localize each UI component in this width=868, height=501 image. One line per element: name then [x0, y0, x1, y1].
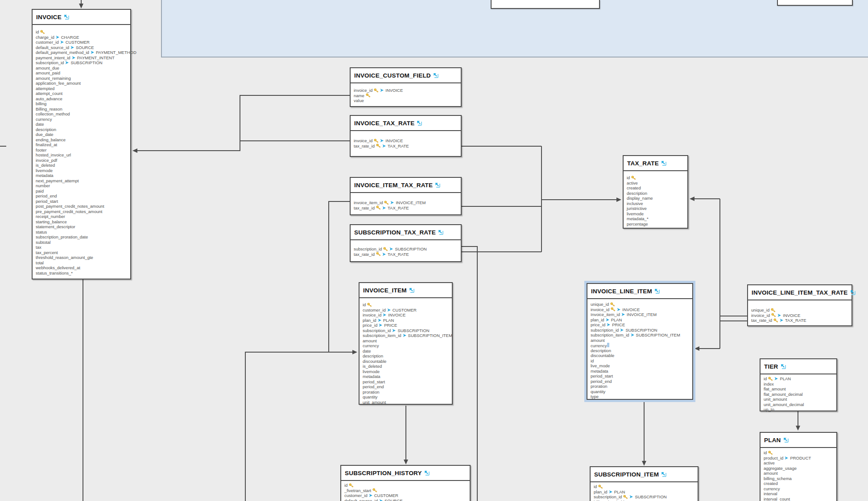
table-title-bar[interactable]: SUBSCRIPTION_HISTORY [341, 466, 470, 481]
table-title-bar[interactable]: INVOICE_LINE_ITEM_TAX_RATE [748, 285, 851, 300]
field-row[interactable]: invoice_idINVOICE [363, 312, 452, 318]
table-invoice-custom-field[interactable]: INVOICE_CUSTOM_FIELD invoice_id INVOICEn… [350, 67, 462, 107]
field-row[interactable]: id [591, 358, 692, 364]
relationship-line[interactable] [245, 352, 355, 501]
field-row[interactable]: unit_amount [363, 400, 452, 405]
field-row[interactable]: subtotal [36, 240, 130, 245]
field-row[interactable]: subscription_idSUBSCRIPTION [591, 328, 692, 333]
open-record-icon[interactable] [409, 287, 415, 293]
field-row[interactable]: unique_id [751, 308, 851, 313]
table-subscription-item[interactable]: SUBSCRIPTION_ITEM id plan_idPLANsubscrip… [590, 466, 699, 501]
field-row[interactable]: starting_balance [36, 219, 130, 225]
table-invoice-item-tax-rate[interactable]: INVOICE_ITEM_TAX_RATE invoice_item_id IN… [350, 177, 462, 215]
field-row[interactable]: id [764, 450, 836, 456]
table-title-bar[interactable]: INVOICE_ITEM [360, 283, 452, 298]
field-row[interactable]: period_end [363, 384, 452, 390]
field-row[interactable]: id [344, 483, 470, 488]
field-row[interactable]: tax_rate_id TAX_RATE [354, 144, 461, 149]
open-record-icon[interactable] [435, 182, 441, 188]
field-row[interactable]: tax_rate_id TAX_RATE [354, 252, 461, 257]
field-row[interactable]: proration [591, 384, 692, 389]
table-title-bar[interactable]: SUBSCRIPTION_ITEM [591, 467, 698, 482]
field-row[interactable]: unit_amount [764, 397, 836, 402]
field-row[interactable]: metadata_* [627, 216, 687, 222]
field-row[interactable]: aggregate_usage [764, 466, 836, 471]
field-row[interactable]: product_idPRODUCT [764, 456, 836, 461]
field-row[interactable]: default_payment_method_idPAYMENT_METHOD [36, 50, 130, 55]
table-title-bar[interactable]: SUBSCRIPTION_TAX_RATE [351, 225, 461, 240]
field-row[interactable]: attempt_count [36, 91, 130, 96]
field-row[interactable]: post_payment_credit_notes_amount [36, 204, 130, 209]
table-title-bar[interactable]: INVOICE_CUSTOM_FIELD [351, 68, 461, 83]
field-row[interactable]: id [36, 29, 130, 35]
field-row[interactable]: period_end [591, 379, 692, 384]
field-row[interactable]: percentage [627, 222, 687, 227]
field-row[interactable]: customer_idCUSTOMER [344, 493, 470, 498]
field-row[interactable]: billing_schema [764, 476, 836, 481]
field-row[interactable]: description [363, 353, 452, 359]
field-row[interactable]: id PLAN [764, 376, 836, 382]
table-title-bar[interactable]: INVOICE_LINE_ITEM [587, 284, 692, 299]
field-row[interactable]: period_start [363, 379, 452, 385]
relationship-line[interactable] [329, 201, 350, 352]
field-row[interactable]: subscription_id SUBSCRIPTION [354, 246, 461, 252]
field-row[interactable]: quantity [591, 389, 692, 394]
field-row[interactable]: unit_amount_decimal [764, 402, 836, 407]
field-row[interactable]: receipt_number [36, 214, 130, 219]
field-row[interactable]: active [627, 181, 687, 186]
table-title-bar[interactable]: INVOICE_ITEM_TAX_RATE [351, 178, 461, 193]
field-row[interactable]: is_deleted [363, 364, 452, 369]
field-row[interactable]: metadata [363, 374, 452, 379]
open-record-icon[interactable] [783, 437, 789, 443]
field-row[interactable]: discountable [363, 359, 452, 364]
field-row[interactable]: billing_threshold_usage_gte [594, 500, 698, 501]
table-subscription-tax-rate[interactable]: SUBSCRIPTION_TAX_RATE subscription_id SU… [350, 224, 462, 262]
table-invoice[interactable]: INVOICE id charge_idCHARGEcustomer_idCUS… [32, 9, 131, 279]
field-row[interactable]: subscription_item_idSUBSCRIPTION_ITEM [363, 333, 452, 338]
table-invoice-line-item[interactable]: INVOICE_LINE_ITEM unique_id invoice_id I… [587, 283, 693, 400]
open-record-icon[interactable] [661, 160, 667, 166]
field-row[interactable]: status_transitions_* [36, 271, 130, 276]
field-row[interactable]: auto_advance [36, 96, 130, 102]
relationship-line[interactable] [462, 246, 477, 501]
field-row[interactable]: juristrictive [627, 206, 687, 211]
field-row[interactable]: collection_method [36, 111, 130, 117]
field-row[interactable]: period_start [36, 199, 130, 204]
field-row[interactable]: currency [764, 486, 836, 492]
field-row[interactable]: amount [591, 338, 692, 343]
field-row[interactable]: Billing_reason [36, 107, 130, 112]
field-row[interactable]: tax_percent [36, 250, 130, 255]
table-subscription-history[interactable]: SUBSCRIPTION_HISTORY id _fivetran_start … [340, 465, 471, 501]
table-title-bar[interactable]: INVOICE [33, 10, 130, 25]
field-row[interactable]: name [354, 93, 461, 99]
field-row[interactable]: plan_idPLAN [363, 318, 452, 323]
field-row[interactable]: period_end [36, 193, 130, 199]
field-row[interactable]: amount [764, 471, 836, 476]
field-row[interactable]: customer_idCUSTOMER [36, 40, 130, 45]
field-row[interactable]: flat_amount_decimal [764, 392, 836, 397]
field-row[interactable]: date [36, 122, 130, 127]
field-row[interactable]: amount_remaining [36, 76, 130, 81]
field-row[interactable]: tax_rate_id TAX_RATE [751, 318, 851, 323]
field-row[interactable]: attempted [36, 86, 130, 91]
field-row[interactable]: index [764, 382, 836, 387]
table-plan[interactable]: PLAN id product_idPRODUCTactiveaggregate… [760, 432, 837, 501]
field-row[interactable]: invoice_pdf [36, 158, 130, 163]
table-invoice-line-item-tax-rate[interactable]: INVOICE_LINE_ITEM_TAX_RATE unique_id inv… [747, 284, 852, 326]
table-title-bar[interactable]: TAX_RATE [624, 156, 687, 171]
field-row[interactable]: next_payment_attempt [36, 178, 130, 184]
field-row[interactable]: statement_descriptor [36, 224, 130, 230]
field-row[interactable]: invoice_id INVOICE [354, 88, 461, 93]
field-row[interactable]: type [591, 394, 692, 399]
field-row[interactable]: paid [36, 189, 130, 194]
table-title-bar[interactable]: INVOICE_TAX_RATE [351, 116, 461, 131]
field-row[interactable]: finalized_at [36, 142, 130, 148]
table-tier[interactable]: TIER id PLANindexflat_amountflat_amount_… [760, 358, 837, 411]
field-row[interactable]: plan_idPLAN [594, 489, 698, 495]
field-row[interactable]: subscription_idSUBSCRIPTION [363, 328, 452, 333]
field-row[interactable]: status [36, 230, 130, 235]
field-row[interactable]: date [363, 349, 452, 354]
field-row[interactable]: webhooks_delivered_at [36, 265, 130, 271]
field-row[interactable]: value [354, 98, 461, 103]
field-row[interactable]: metadata [591, 369, 692, 374]
